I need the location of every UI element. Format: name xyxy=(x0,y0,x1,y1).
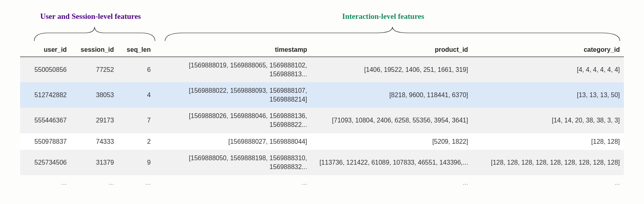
cell-timestamp: [1569888027, 1569888044] xyxy=(155,133,311,150)
cell-category-id: [4, 4, 4, 4, 4, 4] xyxy=(472,57,624,83)
cell-user-id: 525734506 xyxy=(20,150,71,175)
col-header-product-id: product_id xyxy=(311,43,472,57)
cell-product-id: [5209, 1822] xyxy=(311,133,472,150)
cell-user-id: 550978837 xyxy=(20,133,71,150)
cell-user-id: 555446367 xyxy=(20,108,71,133)
group-labels-row: User and Session-level features Interact… xyxy=(20,12,624,25)
table-header-row: user_id session_id seq_len timestamp pro… xyxy=(20,43,624,57)
ellipsis-cell: ... xyxy=(71,175,118,190)
cell-product-id: [8218, 9600, 118441, 6370] xyxy=(311,82,472,108)
cell-seq-len: 4 xyxy=(118,82,155,108)
cell-category-id: [128, 128] xyxy=(472,133,624,150)
cell-seq-len: 7 xyxy=(118,108,155,133)
cell-session-id: 38053 xyxy=(71,82,118,108)
table-row: 550978837743332[1569888027, 1569888044][… xyxy=(20,133,624,150)
ellipsis-cell: ... xyxy=(472,175,624,190)
col-header-timestamp: timestamp xyxy=(155,43,311,57)
cell-timestamp: [1569888026, 1569888046, 1569888136, 156… xyxy=(155,108,311,133)
cell-session-id: 77252 xyxy=(71,57,118,83)
table-row: 525734506313799[1569888050, 1569888198, … xyxy=(20,150,624,175)
cell-user-id: 512742882 xyxy=(20,82,71,108)
table-row: 555446367291737[1569888026, 1569888046, … xyxy=(20,108,624,133)
group-label-interaction: Interaction-level features xyxy=(342,12,424,21)
ellipsis-cell: ... xyxy=(311,175,472,190)
col-header-seq-len: seq_len xyxy=(118,43,155,57)
cell-category-id: [13, 13, 13, 50] xyxy=(472,82,624,108)
cell-user-id: 550050856 xyxy=(20,57,71,83)
brace-left-icon xyxy=(32,25,157,43)
ellipsis-cell: ... xyxy=(20,175,71,190)
ellipsis-cell: ... xyxy=(155,175,311,190)
group-label-user-session: User and Session-level features xyxy=(40,12,141,21)
table-row: 550050856772526[1569888019, 1569888065, … xyxy=(20,57,624,83)
cell-seq-len: 2 xyxy=(118,133,155,150)
cell-seq-len: 6 xyxy=(118,57,155,83)
cell-category-id: [128, 128, 128, 128, 128, 128, 128, 128,… xyxy=(472,150,624,175)
cell-category-id: [14, 14, 20, 38, 38, 3, 3] xyxy=(472,108,624,133)
cell-product-id: [71093, 10804, 2406, 6258, 55356, 3954, … xyxy=(311,108,472,133)
cell-session-id: 31379 xyxy=(71,150,118,175)
brace-right-icon xyxy=(163,25,622,43)
cell-session-id: 29173 xyxy=(71,108,118,133)
col-header-category-id: category_id xyxy=(472,43,624,57)
cell-timestamp: [1569888019, 1569888065, 1569888102, 156… xyxy=(155,57,311,83)
cell-seq-len: 9 xyxy=(118,150,155,175)
cell-timestamp: [1569888050, 1569888198, 1569888310, 156… xyxy=(155,150,311,175)
cell-timestamp: [1569888022, 1569888093, 1569888107, 156… xyxy=(155,82,311,108)
braces-row xyxy=(20,25,624,43)
cell-session-id: 74333 xyxy=(71,133,118,150)
ellipsis-cell: ... xyxy=(118,175,155,190)
col-header-user-id: user_id xyxy=(20,43,71,57)
feature-table: user_id session_id seq_len timestamp pro… xyxy=(20,43,624,190)
ellipsis-row: .................. xyxy=(20,175,624,190)
cell-product-id: [113736, 121422, 61089, 107833, 46551, 1… xyxy=(311,150,472,175)
col-header-session-id: session_id xyxy=(71,43,118,57)
cell-product-id: [1406, 19522, 1406, 251, 1661, 319] xyxy=(311,57,472,83)
table-row: 512742882380534[1569888022, 1569888093, … xyxy=(20,82,624,108)
